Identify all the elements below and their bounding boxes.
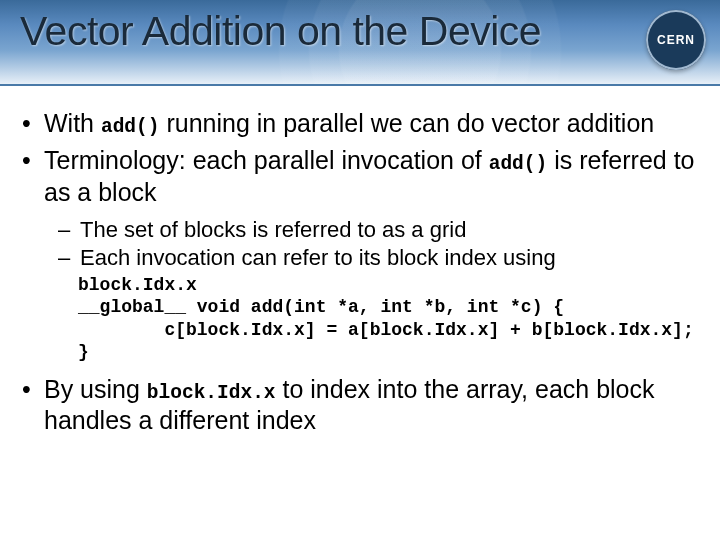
code-block: block.Idx.x __global__ void add(int *a, … bbox=[78, 274, 698, 364]
cern-logo-text: CERN bbox=[646, 10, 706, 70]
code-line-3: c[block.Idx.x] = a[block.Idx.x] + b[bloc… bbox=[78, 320, 694, 340]
text: The set of blocks is referred to as a bbox=[80, 217, 430, 242]
code-line-2: __global__ void add(int *a, int *b, int … bbox=[78, 297, 564, 317]
text: By using bbox=[44, 375, 147, 403]
keyword-grid: grid bbox=[430, 217, 467, 242]
sub-bullet-1: The set of blocks is referred to as a gr… bbox=[58, 217, 698, 243]
text: running in parallel we can do vector add… bbox=[159, 109, 654, 137]
keyword-block: block bbox=[98, 178, 156, 206]
bullet-2: Terminology: each parallel invocation of… bbox=[22, 145, 698, 363]
bullet-3: By using block.Idx.x to index into the a… bbox=[22, 374, 698, 435]
main-bullet-list: With add() running in parallel we can do… bbox=[22, 108, 698, 435]
cern-logo: CERN bbox=[646, 10, 706, 70]
slide-header: Vector Addition on the Device CERN bbox=[0, 0, 720, 86]
slide-content: With add() running in parallel we can do… bbox=[0, 86, 720, 435]
text: With bbox=[44, 109, 101, 137]
text: Each invocation can refer to its block i… bbox=[80, 245, 556, 270]
code-line-1: block.Idx.x bbox=[78, 275, 197, 295]
slide-title: Vector Addition on the Device bbox=[20, 8, 541, 55]
code-line-4: } bbox=[78, 342, 89, 362]
text: Terminology: each parallel invocation of bbox=[44, 146, 489, 174]
bullet-1: With add() running in parallel we can do… bbox=[22, 108, 698, 139]
sub-bullet-2: Each invocation can refer to its block i… bbox=[58, 245, 698, 271]
code-inline-blockidx: block.Idx.x bbox=[147, 382, 276, 404]
code-inline-add: add() bbox=[489, 153, 548, 175]
sub-bullet-list: The set of blocks is referred to as a gr… bbox=[58, 217, 698, 272]
code-inline-add: add() bbox=[101, 116, 160, 138]
